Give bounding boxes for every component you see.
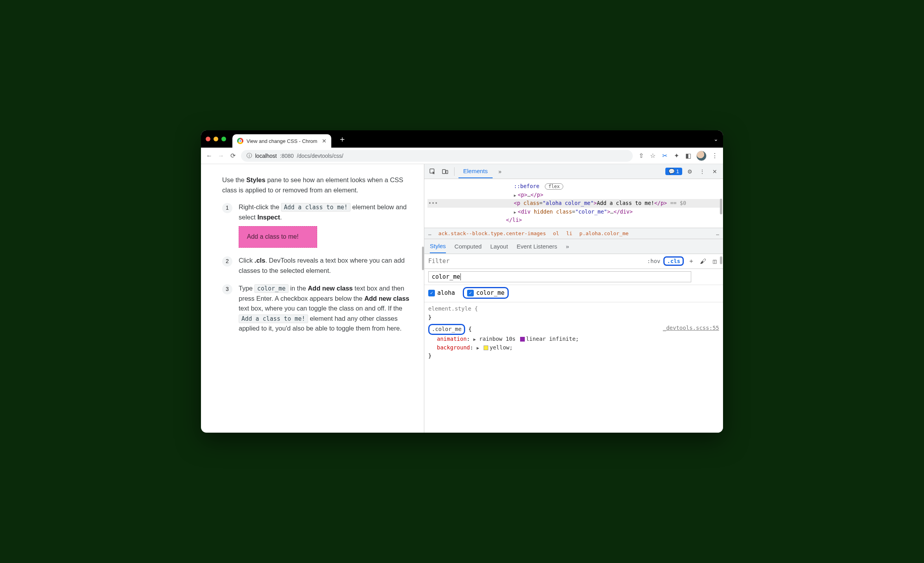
dom-node[interactable]: </li> xyxy=(427,216,721,225)
bookmark-icon[interactable]: ☆ xyxy=(649,152,656,159)
tab-title: View and change CSS - Chrom xyxy=(247,138,317,144)
issues-icon: 💬 xyxy=(668,168,675,174)
url-path: /docs/devtools/css/ xyxy=(297,153,343,159)
hov-toggle[interactable]: :hov xyxy=(647,258,661,264)
tabs-more-icon[interactable]: » xyxy=(495,166,505,177)
address-bar[interactable]: ⓘ localhost:8080/docs/devtools/css/ xyxy=(241,150,633,162)
color-swatch-icon[interactable] xyxy=(484,345,488,350)
close-tab-icon[interactable]: ✕ xyxy=(322,138,327,144)
tab-styles[interactable]: Styles xyxy=(430,239,446,253)
splitter-handle[interactable] xyxy=(421,164,424,433)
source-link[interactable]: _devtools.scss:55 xyxy=(663,324,719,333)
browser-toolbar: ← → ⟳ ⓘ localhost:8080/docs/devtools/css… xyxy=(201,148,723,164)
add-class-input[interactable]: color_me xyxy=(428,271,691,282)
url-port: :8080 xyxy=(280,153,294,159)
new-style-rule-icon[interactable]: ＋ xyxy=(687,257,696,265)
demo-element[interactable]: Add a class to me! xyxy=(239,226,317,248)
browser-tab[interactable]: View and change CSS - Chrom ✕ xyxy=(232,134,331,148)
code-snippet: color_me xyxy=(254,284,288,293)
kebab-menu-icon[interactable]: ⋮ xyxy=(697,166,707,177)
page-content: Use the Styles pane to see how an elemen… xyxy=(201,164,421,433)
dom-node-selected[interactable]: ••• <p class="aloha color_me">Add a clas… xyxy=(427,199,721,208)
sidepanel-icon[interactable]: ◧ xyxy=(685,152,692,159)
new-tab-button[interactable]: ＋ xyxy=(338,134,346,144)
flex-badge[interactable]: flex xyxy=(545,183,563,190)
checkbox-icon: ✓ xyxy=(467,290,474,296)
step-number: 1 xyxy=(222,203,232,213)
ellipsis-icon[interactable]: ••• xyxy=(428,199,438,208)
maximize-window-button[interactable] xyxy=(221,137,226,141)
inspect-element-icon[interactable] xyxy=(427,166,438,177)
step-3: 3 Type color_me in the Add new class tex… xyxy=(222,283,411,334)
code-snippet: Add a class to me! xyxy=(281,203,351,212)
menu-icon[interactable]: ⋮ xyxy=(711,152,718,159)
tabs-more-icon[interactable]: » xyxy=(566,243,569,250)
breadcrumb-item[interactable]: ack.stack--block.type.center-images xyxy=(438,230,546,236)
browser-window: View and change CSS - Chrom ✕ ＋ ⌄ ← → ⟳ … xyxy=(201,130,723,433)
back-button[interactable]: ← xyxy=(206,152,213,159)
styles-filter-row: :hov .cls ＋ 🖌 ◫ xyxy=(424,254,723,269)
class-toggle-aloha[interactable]: ✓aloha xyxy=(428,289,455,296)
paint-icon[interactable]: 🖌 xyxy=(699,258,707,265)
checkbox-icon: ✓ xyxy=(428,290,435,296)
url-host: localhost xyxy=(255,153,277,159)
styles-bold: Styles xyxy=(246,176,265,183)
titlebar: View and change CSS - Chrom ✕ ＋ ⌄ xyxy=(201,130,723,148)
reload-button[interactable]: ⟳ xyxy=(229,152,236,159)
scissors-icon[interactable]: ✂ xyxy=(661,152,668,159)
tabs-overflow-icon[interactable]: ⌄ xyxy=(714,136,718,142)
step-number: 3 xyxy=(222,284,232,294)
code-snippet: Add a class to me! xyxy=(239,314,308,323)
settings-icon[interactable]: ⚙ xyxy=(685,166,695,177)
devtools-panel: Elements » 💬1 ⚙ ⋮ ✕ ::before flex <p>…</… xyxy=(424,164,723,433)
styles-tabbar: Styles Computed Layout Event Listeners » xyxy=(424,239,723,254)
profile-avatar[interactable] xyxy=(696,151,707,161)
issues-badge[interactable]: 💬1 xyxy=(665,168,682,175)
step-number: 2 xyxy=(222,256,232,267)
svg-rect-2 xyxy=(446,170,448,174)
scrollbar[interactable] xyxy=(720,199,722,214)
dom-breadcrumb[interactable]: … ack.stack--block.type.center-images ol… xyxy=(424,228,723,239)
css-rules: element.style { } .color_me { _devtools.… xyxy=(424,302,723,363)
tab-elements[interactable]: Elements xyxy=(458,165,493,178)
dom-node[interactable]: ::before flex xyxy=(427,182,721,191)
dom-node[interactable]: <p>…</p> xyxy=(427,191,721,199)
computed-sidebar-icon[interactable]: ◫ xyxy=(710,258,719,265)
close-devtools-icon[interactable]: ✕ xyxy=(710,166,720,177)
close-window-button[interactable] xyxy=(206,137,210,141)
add-class-row: color_me xyxy=(424,269,723,285)
devtools-tabbar: Elements » 💬1 ⚙ ⋮ ✕ xyxy=(424,164,723,179)
cls-toggle[interactable]: .cls xyxy=(663,256,684,266)
tab-computed[interactable]: Computed xyxy=(455,243,482,250)
breadcrumb-item[interactable]: li xyxy=(566,230,572,236)
forward-button[interactable]: → xyxy=(217,152,225,159)
dom-tree[interactable]: ::before flex <p>…</p> ••• <p class="alo… xyxy=(424,179,723,228)
step-2: 2 Click .cls. DevTools reveals a text bo… xyxy=(222,256,411,276)
tab-event-listeners[interactable]: Event Listeners xyxy=(517,243,557,250)
minimize-window-button[interactable] xyxy=(214,137,218,141)
element-style-selector[interactable]: element.style { xyxy=(428,305,478,312)
dom-node[interactable]: <div hidden class="color_me">…</div> xyxy=(427,208,721,216)
class-toggle-color-me[interactable]: ✓color_me xyxy=(463,287,509,299)
step-1: 1 Right-click the Add a class to me! ele… xyxy=(222,202,411,248)
breadcrumb-item[interactable]: p.aloha.color_me xyxy=(579,230,628,236)
svg-rect-1 xyxy=(442,169,446,174)
breadcrumb-item[interactable]: ol xyxy=(553,230,559,236)
chrome-icon xyxy=(237,138,243,144)
share-icon[interactable]: ⇧ xyxy=(637,152,645,159)
tab-layout[interactable]: Layout xyxy=(490,243,508,250)
content-area: Use the Styles pane to see how an elemen… xyxy=(201,164,723,433)
color-me-selector[interactable]: .color_me xyxy=(428,324,465,335)
class-toggles: ✓aloha ✓color_me xyxy=(424,285,723,302)
filter-input[interactable] xyxy=(428,258,644,265)
window-controls xyxy=(206,137,226,141)
scrollbar[interactable] xyxy=(720,256,722,264)
device-toolbar-icon[interactable] xyxy=(440,166,450,177)
extensions-icon[interactable]: ✦ xyxy=(673,152,680,159)
easing-swatch-icon[interactable] xyxy=(520,337,525,342)
intro-paragraph: Use the Styles pane to see how an elemen… xyxy=(222,175,411,195)
site-info-icon[interactable]: ⓘ xyxy=(247,152,252,159)
